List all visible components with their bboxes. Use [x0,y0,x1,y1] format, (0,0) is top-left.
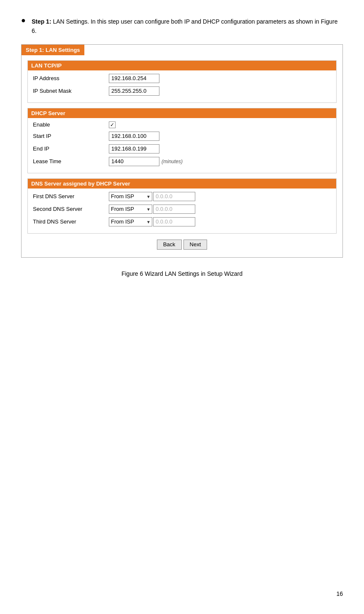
start-ip-input[interactable] [109,132,159,141]
first-dns-row: First DNS Server From ISP User-Defined ▼ [33,192,331,201]
ip-address-label: IP Address [33,75,109,81]
figure-caption: Figure 6 Wizard LAN Settings in Setup Wi… [21,270,343,277]
bullet-dot: ● [21,16,26,25]
first-dns-select-wrapper: From ISP User-Defined ▼ [109,192,152,201]
figure-6-container: Step 1: LAN Settings LAN TCP/IP IP Addre… [21,44,343,258]
dns-server-header: DNS Server assigned by DHCP Server [28,179,336,189]
dhcp-server-header: DHCP Server [28,108,336,118]
dns-server-section: DNS Server assigned by DHCP Server First… [27,178,337,234]
intro-text: Step 1: LAN Settings. In this step user … [32,17,343,36]
intro-bullet: ● Step 1: LAN Settings. In this step use… [21,17,343,36]
page-number: 16 [336,590,343,597]
end-ip-row: End IP [33,144,331,154]
lease-time-label: Lease Time [33,158,109,164]
step-label: Step 1: [32,18,51,25]
first-dns-label: First DNS Server [33,193,109,199]
third-dns-select-wrapper: From ISP User-Defined ▼ [109,217,152,226]
third-dns-row: Third DNS Server From ISP User-Defined ▼ [33,217,331,226]
end-ip-input[interactable] [109,144,159,154]
enable-row: Enable ✓ [33,121,331,128]
button-row: Back Next [27,240,337,250]
lan-tcpip-header: LAN TCP/IP [28,61,336,70]
first-dns-select[interactable]: From ISP User-Defined [109,192,152,201]
ip-address-row: IP Address [33,74,331,83]
step-description: LAN Settings. In this step user can conf… [32,18,338,34]
figure-inner: LAN TCP/IP IP Address IP Subnet Mask DHC… [22,55,342,257]
enable-checkbox[interactable]: ✓ [109,121,116,128]
next-button[interactable]: Next [183,240,208,250]
third-dns-ip-input[interactable] [153,217,195,226]
start-ip-row: Start IP [33,132,331,141]
third-dns-select[interactable]: From ISP User-Defined [109,217,152,226]
dhcp-server-section: DHCP Server Enable ✓ Start IP End IP Lea… [27,108,337,173]
minutes-label: (minutes) [162,159,183,164]
dns-server-content: First DNS Server From ISP User-Defined ▼… [28,189,336,233]
end-ip-label: End IP [33,145,109,152]
back-button[interactable]: Back [157,240,182,250]
second-dns-ip-input[interactable] [153,205,195,214]
second-dns-label: Second DNS Server [33,206,109,212]
first-dns-ip-input[interactable] [153,192,195,201]
enable-label: Enable [33,121,109,128]
subnet-mask-row: IP Subnet Mask [33,86,331,96]
dhcp-server-content: Enable ✓ Start IP End IP Lease Time (min… [28,118,336,173]
figure-title-bar: Step 1: LAN Settings [22,45,84,55]
lease-time-input[interactable] [109,157,159,166]
subnet-mask-label: IP Subnet Mask [33,88,109,94]
start-ip-label: Start IP [33,133,109,139]
ip-address-input[interactable] [109,74,159,83]
second-dns-row: Second DNS Server From ISP User-Defined … [33,205,331,214]
third-dns-label: Third DNS Server [33,218,109,225]
second-dns-select-wrapper: From ISP User-Defined ▼ [109,205,152,214]
lan-tcpip-content: IP Address IP Subnet Mask [28,70,336,102]
lease-time-row: Lease Time (minutes) [33,157,331,166]
subnet-mask-input[interactable] [109,86,159,96]
second-dns-select[interactable]: From ISP User-Defined [109,205,152,214]
lan-tcpip-section: LAN TCP/IP IP Address IP Subnet Mask [27,60,337,103]
